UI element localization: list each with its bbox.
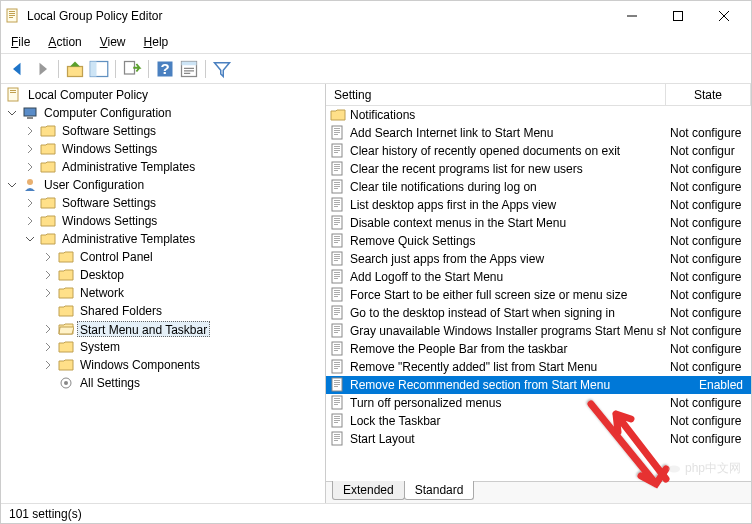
tree-comp-admin[interactable]: Administrative Templates (1, 158, 325, 176)
setting-state: Not configure (666, 198, 751, 212)
export-button[interactable] (121, 58, 143, 80)
list-folder-row[interactable]: Notifications (326, 106, 751, 124)
svg-rect-114 (334, 440, 338, 441)
svg-text:?: ? (160, 60, 169, 77)
tree-root[interactable]: Local Computer Policy (1, 86, 325, 104)
tree-windows-components[interactable]: Windows Components (1, 356, 325, 374)
svg-rect-111 (334, 434, 340, 435)
tree-user-software[interactable]: Software Settings (1, 194, 325, 212)
svg-rect-41 (334, 182, 340, 183)
expander-icon[interactable] (41, 250, 55, 264)
expander-icon[interactable] (5, 106, 19, 120)
close-button[interactable] (701, 1, 747, 31)
filter-button[interactable] (211, 58, 233, 80)
list-body[interactable]: Notifications Add Search Internet link t… (326, 106, 751, 481)
tree-user-config[interactable]: User Configuration (1, 176, 325, 194)
expander-icon[interactable] (41, 268, 55, 282)
svg-rect-106 (334, 416, 340, 417)
tree-pane[interactable]: Local Computer Policy Computer Configura… (1, 84, 326, 503)
menu-action[interactable]: Action (48, 35, 81, 49)
svg-rect-27 (334, 130, 340, 131)
setting-state: Not configure (666, 288, 751, 302)
tree-control-panel[interactable]: Control Panel (1, 248, 325, 266)
setting-row[interactable]: List desktop apps first in the Apps view… (326, 196, 751, 214)
svg-rect-5 (674, 12, 683, 21)
menu-file[interactable]: File (11, 35, 30, 49)
column-setting[interactable]: Setting (326, 84, 666, 105)
svg-rect-32 (334, 148, 340, 149)
tab-standard[interactable]: Standard (404, 481, 475, 500)
svg-rect-61 (334, 254, 340, 255)
setting-row[interactable]: Remove Recommended section from Start Me… (326, 376, 751, 394)
setting-name: Turn off personalized menus (350, 396, 501, 410)
separator (115, 60, 116, 78)
setting-row[interactable]: Disable context menus in the Start MenuN… (326, 214, 751, 232)
setting-row[interactable]: Remove Quick SettingsNot configure (326, 232, 751, 250)
expander-icon[interactable] (41, 340, 55, 354)
column-state[interactable]: State (666, 84, 751, 105)
tree-desktop[interactable]: Desktop (1, 266, 325, 284)
tree-shared-folders[interactable]: Shared Folders (1, 302, 325, 320)
tree-comp-software[interactable]: Software Settings (1, 122, 325, 140)
setting-row[interactable]: Add Search Internet link to Start MenuNo… (326, 124, 751, 142)
svg-rect-6 (68, 66, 83, 76)
menu-help[interactable]: Help (144, 35, 169, 49)
tree-user-windows[interactable]: Windows Settings (1, 212, 325, 230)
setting-icon (330, 305, 346, 321)
expander-icon[interactable] (23, 142, 37, 156)
svg-rect-18 (10, 90, 16, 91)
tree-network[interactable]: Network (1, 284, 325, 302)
setting-state: Not configure (666, 432, 751, 446)
expander-icon[interactable] (41, 322, 55, 336)
setting-row[interactable]: Remove "Recently added" list from Start … (326, 358, 751, 376)
tab-extended[interactable]: Extended (332, 481, 405, 500)
setting-state: Not configur (666, 144, 751, 158)
expander-icon[interactable] (23, 214, 37, 228)
setting-row[interactable]: Remove the People Bar from the taskbarNo… (326, 340, 751, 358)
forward-button[interactable] (31, 58, 53, 80)
menu-view[interactable]: View (100, 35, 126, 49)
expander-icon[interactable] (23, 232, 37, 246)
setting-name: Add Search Internet link to Start Menu (350, 126, 553, 140)
tree-comp-windows[interactable]: Windows Settings (1, 140, 325, 158)
properties-button[interactable] (178, 58, 200, 80)
setting-row[interactable]: Clear tile notifications during log onNo… (326, 178, 751, 196)
minimize-button[interactable] (609, 1, 655, 31)
setting-row[interactable]: Start LayoutNot configure (326, 430, 751, 448)
setting-row[interactable]: Go to the desktop instead of Start when … (326, 304, 751, 322)
tree-system[interactable]: System (1, 338, 325, 356)
up-button[interactable] (64, 58, 86, 80)
svg-rect-81 (334, 326, 340, 327)
tree-user-admin[interactable]: Administrative Templates (1, 230, 325, 248)
setting-state: Not configure (666, 270, 751, 284)
tree-all-settings[interactable]: All Settings (1, 374, 325, 392)
svg-rect-31 (334, 146, 340, 147)
expander-icon[interactable] (5, 178, 19, 192)
setting-row[interactable]: Gray unavailable Windows Installer progr… (326, 322, 751, 340)
setting-row[interactable]: Clear the recent programs list for new u… (326, 160, 751, 178)
setting-row[interactable]: Add Logoff to the Start MenuNot configur… (326, 268, 751, 286)
back-button[interactable] (7, 58, 29, 80)
svg-rect-8 (90, 61, 96, 76)
setting-state: Not configure (666, 162, 751, 176)
setting-row[interactable]: Turn off personalized menusNot configure (326, 394, 751, 412)
svg-rect-1 (9, 11, 15, 12)
setting-row[interactable]: Lock the TaskbarNot configure (326, 412, 751, 430)
setting-row[interactable]: Force Start to be either full screen siz… (326, 286, 751, 304)
window-title: Local Group Policy Editor (27, 9, 609, 23)
maximize-button[interactable] (655, 1, 701, 31)
setting-row[interactable]: Search just apps from the Apps viewNot c… (326, 250, 751, 268)
tree-start-menu-taskbar[interactable]: Start Menu and Taskbar (1, 320, 325, 338)
help-button[interactable]: ? (154, 58, 176, 80)
expander-icon[interactable] (23, 124, 37, 138)
tree-computer-config[interactable]: Computer Configuration (1, 104, 325, 122)
svg-rect-77 (334, 310, 340, 311)
folder-icon (40, 195, 56, 211)
expander-icon[interactable] (41, 358, 55, 372)
svg-rect-16 (184, 72, 190, 73)
expander-icon[interactable] (23, 196, 37, 210)
setting-row[interactable]: Clear history of recently opened documen… (326, 142, 751, 160)
expander-icon[interactable] (23, 160, 37, 174)
expander-icon[interactable] (41, 286, 55, 300)
show-hide-tree-button[interactable] (88, 58, 110, 80)
